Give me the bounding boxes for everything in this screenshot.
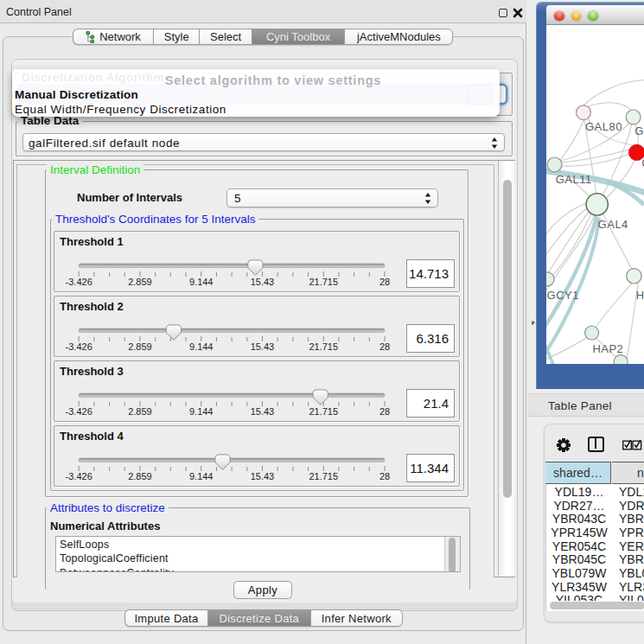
svg-text:9.144: 9.144 — [189, 341, 214, 352]
svg-text:28: 28 — [379, 471, 390, 481]
svg-text:15.43: 15.43 — [251, 341, 275, 352]
svg-text:21.715: 21.715 — [309, 471, 338, 481]
svg-text:21.715: 21.715 — [309, 277, 338, 287]
svg-text:-3.426: -3.426 — [66, 277, 92, 287]
svg-text:9.144: 9.144 — [189, 277, 214, 287]
svg-text:HAP2: HAP2 — [592, 341, 623, 354]
svg-text:2.859: 2.859 — [128, 277, 152, 287]
svg-text:9.144: 9.144 — [189, 406, 214, 417]
svg-text:28: 28 — [379, 406, 390, 417]
svg-text:9.144: 9.144 — [189, 471, 214, 481]
svg-text:GA: GA — [634, 124, 644, 137]
svg-text:2.859: 2.859 — [128, 341, 152, 352]
svg-text:2.859: 2.859 — [128, 471, 152, 481]
svg-text:-3.426: -3.426 — [66, 471, 92, 481]
svg-text:2.859: 2.859 — [128, 406, 152, 417]
svg-text:21.715: 21.715 — [309, 406, 338, 417]
svg-text:15.43: 15.43 — [251, 406, 275, 417]
svg-text:28: 28 — [379, 341, 390, 352]
svg-text:28: 28 — [379, 277, 390, 287]
svg-text:-3.426: -3.426 — [66, 341, 92, 352]
svg-text:21.715: 21.715 — [309, 341, 338, 352]
svg-text:15.43: 15.43 — [251, 277, 275, 287]
svg-text:GAL80: GAL80 — [585, 120, 622, 133]
svg-text:GAL11: GAL11 — [556, 173, 592, 186]
svg-text:15.43: 15.43 — [251, 471, 275, 481]
svg-text:-3.426: -3.426 — [66, 406, 92, 417]
svg-text:GCY1: GCY1 — [547, 289, 579, 302]
svg-text:HI: HI — [636, 288, 644, 301]
svg-text:GAL4: GAL4 — [598, 217, 628, 230]
